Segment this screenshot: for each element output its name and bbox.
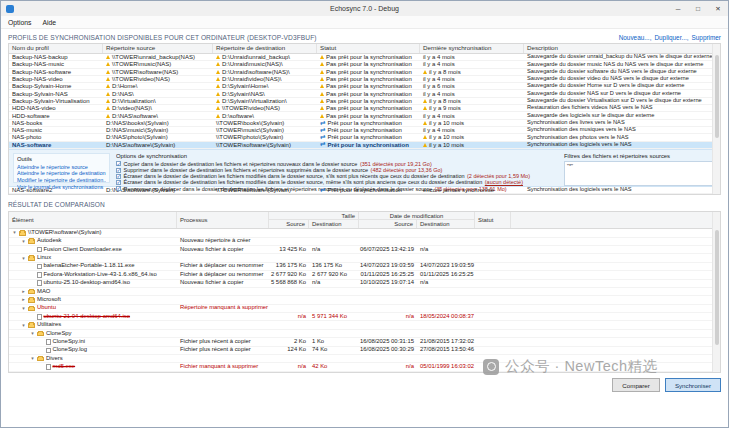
compare-row[interactable]: ▸Microsoft bbox=[9, 296, 720, 304]
profile-row-HDD-NAS-video[interactable]: HDD-NAS-video D:\video(NAS)\ \\TOWER\vid… bbox=[9, 105, 720, 112]
profile-row-NAS-photo[interactable]: NAS-photo D:\NAS\photo\(Sylvain) \\TOWER… bbox=[9, 134, 720, 141]
checkbox-icon[interactable] bbox=[116, 168, 121, 173]
filters-input[interactable]: "*" bbox=[564, 161, 716, 186]
synchronize-button[interactable]: Synchroniser bbox=[665, 378, 721, 392]
compare-button[interactable]: Comparer bbox=[612, 378, 660, 392]
size-source-cell bbox=[269, 238, 309, 245]
compare-row[interactable]: CloneSpy.log Fichier plus récent à copie… bbox=[9, 347, 720, 355]
filler-cell bbox=[511, 229, 720, 236]
column-header-date-source[interactable]: Source bbox=[359, 220, 417, 228]
compare-row[interactable]: ▾CloneSpy bbox=[9, 330, 720, 338]
profile-row-Backup-Sylvain-Home[interactable]: Backup-Sylvain-Home D:\Home\ D:\Sylvain\… bbox=[9, 83, 720, 90]
column-header-element[interactable]: Élément bbox=[9, 212, 177, 228]
column-header-date[interactable]: Date de modification bbox=[359, 212, 475, 220]
warning-icon bbox=[106, 62, 110, 66]
compare-row[interactable]: ubuntu-21.04-desktop-amd64.iso n/a 5 971… bbox=[9, 313, 720, 321]
warning-icon bbox=[216, 77, 220, 81]
checkbox-icon[interactable] bbox=[116, 161, 121, 166]
profiles-scrollbar[interactable] bbox=[712, 44, 720, 194]
action-link[interactable]: Nouveau... bbox=[619, 34, 652, 41]
scrollbar-thumb[interactable] bbox=[715, 55, 719, 138]
column-header[interactable]: Statut bbox=[317, 44, 420, 53]
tools-box: Outils Atteindre le répertoire sourceAtt… bbox=[13, 153, 110, 183]
folder-icon bbox=[28, 307, 35, 312]
compare-row[interactable]: ▾Utilitaires bbox=[9, 321, 720, 329]
date-destination-cell: 05/01/1999 16:03:02 bbox=[417, 363, 475, 370]
caret-icon[interactable]: ▸ bbox=[21, 289, 26, 294]
column-header-size-source[interactable]: Source bbox=[269, 220, 309, 228]
profile-row-Backup-Sylvain-Virtualisation[interactable]: Backup-Sylvain-Virtualisation D:\Virtual… bbox=[9, 98, 720, 105]
column-header[interactable]: Nom du profil bbox=[9, 44, 103, 53]
compare-row[interactable]: ▾Autodesk Nouveau répertoire à créer bbox=[9, 238, 720, 246]
caret-icon[interactable]: ▾ bbox=[30, 356, 35, 361]
profile-row-Backup-NAS-software[interactable]: Backup-NAS-software \\TOWER\software(NAS… bbox=[9, 69, 720, 76]
column-header[interactable]: Description bbox=[524, 44, 720, 53]
maximize-button[interactable]: □ bbox=[688, 1, 708, 16]
profile-row-Backup-NAS-backup[interactable]: Backup-NAS-backup \\TOWER\unraid_backup(… bbox=[9, 54, 720, 61]
menu-options[interactable]: Options bbox=[8, 19, 31, 26]
caret-icon[interactable]: ▸ bbox=[21, 297, 26, 302]
tool-link[interactable]: Atteindre le répertoire de destination bbox=[17, 170, 106, 177]
size-destination-cell bbox=[309, 229, 359, 236]
column-header[interactable]: Répertoire de destination bbox=[213, 44, 317, 53]
size-destination-cell bbox=[309, 305, 359, 312]
profile-status: Pas prêt pour la synchronisation bbox=[317, 112, 420, 118]
profile-last-sync: il y a 4 mois bbox=[420, 90, 524, 96]
minimize-button[interactable]: ─ bbox=[668, 1, 688, 16]
compare-row[interactable]: ▾Ubuntu Répertoire manquant à supprimer bbox=[9, 305, 720, 313]
size-destination-cell bbox=[309, 321, 359, 328]
profile-row-Backup-NAS-video[interactable]: Backup-NAS-video \\TOWER\video(NAS) D:\U… bbox=[9, 76, 720, 83]
compare-row[interactable]: ▾Linux bbox=[9, 254, 720, 262]
caret-icon[interactable]: ▾ bbox=[12, 230, 17, 235]
profile-last-sync: il y a 4 mois bbox=[420, 127, 524, 133]
tool-link[interactable]: Modifier le répertoire de destination... bbox=[17, 177, 106, 184]
profile-description: Synchronisation des photos vers le NAS bbox=[524, 134, 720, 140]
sync-options-box: Options de synchronisation Copier dans l… bbox=[116, 153, 558, 183]
compare-row[interactable]: CloneSpy.ini Fichier plus récent à copie… bbox=[9, 338, 720, 346]
status-cell bbox=[475, 313, 511, 320]
compare-row[interactable]: Fusion Client Downloader.exe Nouveau fic… bbox=[9, 246, 720, 254]
caret-icon[interactable]: ▾ bbox=[21, 323, 26, 328]
compare-row[interactable]: ubuntu-25.10-desktop-amd64.iso Nouveau f… bbox=[9, 280, 720, 288]
profile-row-Backup-Sylvain-NAS[interactable]: Backup-Sylvain-NAS D:\NAS\ D:\Sylvain\NA… bbox=[9, 90, 720, 97]
scrollbar-thumb[interactable] bbox=[715, 230, 719, 345]
warning-icon bbox=[320, 84, 324, 88]
profile-row-HDD-software[interactable]: HDD-software D:\NAS\software\ D:\softwar… bbox=[9, 112, 720, 119]
warning-icon bbox=[216, 84, 220, 88]
action-link[interactable]: Supprimer bbox=[692, 34, 721, 41]
column-header-status[interactable]: Statut bbox=[475, 212, 511, 228]
menu-aide[interactable]: Aide bbox=[42, 19, 56, 26]
checkbox-icon[interactable] bbox=[116, 180, 121, 185]
column-header-size-destination[interactable]: Destination bbox=[309, 220, 359, 228]
checkbox-icon[interactable] bbox=[116, 174, 121, 179]
compare-row[interactable]: Fedora-Workstation-Live-43-1.6.x86_64.is… bbox=[9, 271, 720, 279]
profile-row-Backup-NAS-music[interactable]: Backup-NAS-music \\TOWER\music(NAS) D:\U… bbox=[9, 61, 720, 68]
filler-cell bbox=[511, 238, 720, 245]
caret-icon[interactable]: ▾ bbox=[21, 239, 26, 244]
column-header[interactable]: Répertoire source bbox=[103, 44, 213, 53]
date-source-cell bbox=[359, 321, 417, 328]
column-header-date-destination[interactable]: Destination bbox=[417, 220, 475, 228]
compare-row[interactable]: balenaEtcher-Portable-1.18.11.exe Fichie… bbox=[9, 263, 720, 271]
status-cell bbox=[475, 347, 511, 354]
column-header-process[interactable]: Processus bbox=[177, 212, 269, 228]
footer-buttons: Comparer Synchroniser bbox=[612, 378, 721, 392]
action-link[interactable]: Dupliquer... bbox=[654, 34, 688, 41]
caret-icon[interactable]: ▾ bbox=[30, 331, 35, 336]
profile-name: Backup-Sylvain-Home bbox=[9, 83, 103, 89]
compare-row[interactable]: ▾\\TOWER\software\(Sylvain) bbox=[9, 229, 720, 237]
profile-row-NAS-books[interactable]: NAS-books D:\NAS\books\(Sylvain) \\TOWER… bbox=[9, 120, 720, 127]
compare-row[interactable]: ▸MAO bbox=[9, 288, 720, 296]
caret-icon[interactable]: ▾ bbox=[21, 306, 26, 311]
caret-icon[interactable]: ▾ bbox=[21, 256, 26, 261]
profile-row-NAS-software[interactable]: NAS-software D:\NAS\software\(Sylvain) \… bbox=[9, 142, 720, 149]
compare-scrollbar[interactable] bbox=[712, 212, 720, 372]
close-button[interactable]: ✕ bbox=[708, 1, 728, 16]
column-header-size[interactable]: Taille bbox=[269, 212, 359, 220]
sync-ready-icon: ⇄ bbox=[320, 134, 325, 140]
checkbox-icon[interactable] bbox=[116, 186, 121, 191]
tool-link[interactable]: Atteindre le répertoire source bbox=[17, 164, 106, 171]
profile-last-sync: encore jamais synchronisé bbox=[420, 187, 524, 193]
column-header[interactable]: Dernière synchronisation bbox=[420, 44, 524, 53]
profile-row-NAS-music[interactable]: NAS-music D:\NAS\music\(Sylvain) \\TOWER… bbox=[9, 127, 720, 134]
